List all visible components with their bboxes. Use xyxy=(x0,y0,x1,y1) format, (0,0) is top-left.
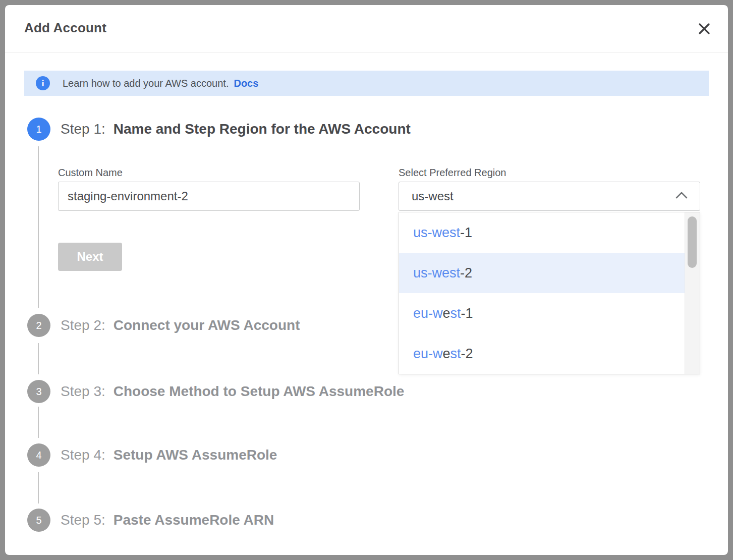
step-5-number-badge: 5 xyxy=(27,509,50,532)
step-connector-line xyxy=(38,343,39,374)
option-match-text: us-west xyxy=(413,225,460,241)
option-rest-text: e xyxy=(443,306,450,321)
option-rest-text: -2 xyxy=(460,265,472,281)
dropdown-option-us-west-2[interactable]: us-west-2 xyxy=(399,253,685,293)
option-match-text: eu-w xyxy=(413,346,443,362)
dialog-header: Add Account xyxy=(5,5,728,52)
step-5-header: 5 Step 5: Paste AssumeRole ARN xyxy=(27,509,274,532)
region-label: Select Preferred Region xyxy=(399,167,506,179)
dropdown-option-eu-west-2[interactable]: eu-west-2 xyxy=(399,333,685,374)
step-3-title: Choose Method to Setup AWS AssumeRole xyxy=(114,383,405,400)
step-5-label: Step 5: xyxy=(61,512,105,528)
next-button[interactable]: Next xyxy=(58,243,122,271)
option-rest-text: -1 xyxy=(461,306,473,321)
add-account-dialog: Add Account i Learn how to add your AWS … xyxy=(5,5,728,555)
step-connector-line xyxy=(38,407,39,438)
step-4-label: Step 4: xyxy=(61,447,105,463)
step-connector-line xyxy=(38,146,39,308)
step-3-number-badge: 3 xyxy=(27,380,50,403)
step-2-title: Connect your AWS Account xyxy=(114,317,300,333)
step-1-title: Name and Step Region for the AWS Account xyxy=(114,121,411,137)
step-3-header: 3 Step 3: Choose Method to Setup AWS Ass… xyxy=(27,380,404,403)
dropdown-option-eu-west-1[interactable]: eu-west-1 xyxy=(399,293,685,333)
info-banner: i Learn how to add your AWS account. Doc… xyxy=(24,71,709,96)
region-combobox[interactable] xyxy=(399,182,700,211)
custom-name-input[interactable] xyxy=(58,182,360,211)
step-5-title: Paste AssumeRole ARN xyxy=(114,512,274,528)
info-icon: i xyxy=(36,76,50,90)
step-2-number-badge: 2 xyxy=(27,314,50,337)
option-rest-text: -2 xyxy=(461,346,473,362)
step-4-title: Setup AWS AssumeRole xyxy=(114,447,277,463)
region-dropdown-panel: us-west-1us-west-2eu-west-1eu-west-2 xyxy=(399,212,700,374)
close-button[interactable] xyxy=(696,21,713,38)
dropdown-scrollbar[interactable] xyxy=(685,212,700,374)
option-match-text: eu-w xyxy=(413,306,443,321)
step-2-header: 2 Step 2: Connect your AWS Account xyxy=(27,314,300,337)
region-dropdown-list: us-west-1us-west-2eu-west-1eu-west-2 xyxy=(399,212,685,374)
step-3-label: Step 3: xyxy=(61,383,105,400)
step-1-header: 1 Step 1: Name and Step Region for the A… xyxy=(27,118,411,141)
region-input[interactable] xyxy=(399,182,700,211)
step-1-number-badge: 1 xyxy=(27,118,50,141)
step-4-header: 4 Step 4: Setup AWS AssumeRole xyxy=(27,443,277,467)
banner-text: Learn how to add your AWS account. xyxy=(63,78,229,89)
close-icon xyxy=(698,22,711,37)
docs-link[interactable]: Docs xyxy=(234,78,258,89)
option-match-text: us-west xyxy=(413,265,460,281)
dialog-title: Add Account xyxy=(24,20,106,36)
option-match-text: st xyxy=(450,306,461,321)
option-rest-text: -1 xyxy=(460,225,472,241)
dropdown-scrollbar-thumb[interactable] xyxy=(688,216,697,268)
step-2-label: Step 2: xyxy=(61,317,105,333)
option-rest-text: e xyxy=(443,346,450,362)
option-match-text: st xyxy=(450,346,461,362)
step-4-number-badge: 4 xyxy=(27,443,50,467)
custom-name-label: Custom Name xyxy=(58,167,123,179)
step-1-label: Step 1: xyxy=(61,121,105,137)
step-connector-line xyxy=(38,472,39,503)
dropdown-option-us-west-1[interactable]: us-west-1 xyxy=(399,212,685,253)
